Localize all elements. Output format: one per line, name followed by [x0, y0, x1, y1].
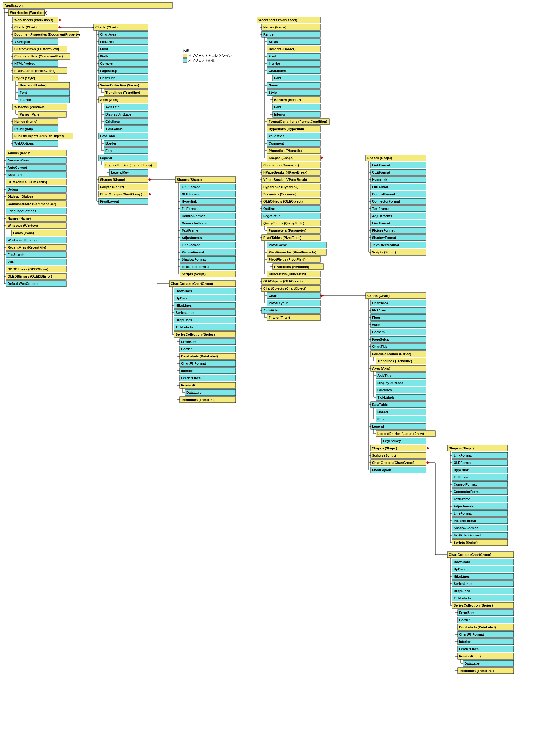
- node: PlotArea: [370, 307, 426, 313]
- node: Assistant: [6, 172, 67, 178]
- node: ControlFormat: [180, 213, 236, 219]
- node: LanguageSettings: [6, 208, 67, 214]
- node: Debug: [6, 186, 67, 192]
- svg-text:LegendKey: LegendKey: [111, 171, 129, 174]
- svg-text:SeriesCollection (Series): SeriesCollection (Series): [100, 83, 139, 87]
- node: SeriesCollection (Series): [452, 602, 514, 608]
- svg-text:DataLabel: DataLabel: [464, 662, 480, 665]
- node: UpBars: [174, 295, 236, 301]
- svg-rect-101: [6, 259, 67, 265]
- application: Application: [3, 2, 172, 8]
- node: Adjustments: [180, 235, 236, 241]
- svg-text:Charts (Chart): Charts (Chart): [367, 294, 389, 298]
- svg-marker-453: [321, 156, 324, 159]
- node: ChartFillFormat: [458, 631, 514, 637]
- svg-text:Corners: Corners: [372, 330, 385, 334]
- svg-text:Dialogs (Dialog): Dialogs (Dialog): [8, 195, 33, 198]
- svg-text:WebOptions: WebOptions: [14, 142, 34, 145]
- svg-text:ChartGroups (ChartGroup): ChartGroups (ChartGroup): [100, 192, 142, 196]
- node: ChartArea: [370, 300, 426, 306]
- chartgroups-root-1: ChartGroups (ChartGroup): [169, 281, 236, 287]
- node: Scripts (Script): [370, 249, 426, 255]
- svg-text:Range: Range: [263, 33, 273, 36]
- svg-text:CommandBars (CommandBar): CommandBars (CommandBar): [14, 54, 63, 58]
- node: DataLabel: [463, 660, 514, 666]
- node: TickLabels: [104, 126, 148, 132]
- svg-text:HTMLProject: HTMLProject: [14, 62, 35, 65]
- node: Scripts (Script): [99, 184, 148, 190]
- node: COMAddIns (COMAddIn): [6, 179, 67, 185]
- svg-text:ShadowFormat: ShadowFormat: [372, 236, 396, 240]
- node: ControlFormat: [452, 481, 508, 487]
- svg-text:AnswerWizard: AnswerWizard: [8, 158, 31, 162]
- node: PageSetup: [370, 336, 426, 342]
- worksheets-1: Worksheets (Worksheet): [13, 17, 58, 23]
- node: PivotItems (PivotItem): [272, 264, 323, 270]
- svg-text:TickLabels: TickLabels: [377, 396, 395, 399]
- svg-text:PlotArea: PlotArea: [372, 308, 386, 312]
- svg-text:SeriesLines: SeriesLines: [454, 582, 472, 585]
- svg-marker-317: [59, 18, 62, 21]
- svg-text:Application: Application: [5, 4, 23, 7]
- node: Trendlines (Trendline): [180, 397, 236, 403]
- svg-text:DisplayUnitLabel: DisplayUnitLabel: [377, 381, 404, 385]
- svg-text:Windows (Window): Windows (Window): [14, 105, 45, 109]
- node: OLEObjects (OLEObject): [262, 278, 320, 284]
- svg-text:Outline: Outline: [263, 207, 275, 210]
- svg-text:Gridlines: Gridlines: [106, 120, 120, 123]
- node: DataLabel: [185, 389, 236, 396]
- svg-text:PivotFields (PivotField): PivotFields (PivotField): [269, 258, 305, 261]
- node: Walls: [370, 322, 426, 328]
- node: PivotLayout: [267, 300, 320, 306]
- svg-text:Style: Style: [269, 91, 276, 94]
- node: DownBars: [452, 559, 514, 565]
- svg-text:Chart: Chart: [269, 294, 277, 298]
- svg-text:PivotFormulas (PivotFormula): PivotFormulas (PivotFormula): [269, 250, 316, 254]
- svg-text:ControlFormat: ControlFormat: [454, 483, 477, 486]
- node: TickLabels: [174, 324, 236, 330]
- node: ShadowFormat: [370, 235, 426, 241]
- node: SeriesCollection (Series): [174, 331, 236, 337]
- svg-text:Adjustments: Adjustments: [454, 504, 474, 508]
- node: HiLoLines: [452, 573, 514, 579]
- svg-rect-3: [183, 59, 187, 62]
- node: FillFormat: [180, 206, 236, 212]
- node: DataTable: [370, 402, 426, 408]
- charts-root-2: Charts (Chart): [366, 293, 426, 299]
- svg-text:OLEDBErrors (OLEDBError): OLEDBErrors (OLEDBError): [8, 275, 52, 278]
- node: AddIns (AddIn): [6, 150, 67, 156]
- node: ChartFillFormat: [180, 360, 236, 367]
- node: LegendEntries (LegendEntry): [104, 162, 157, 168]
- svg-text:Hyperlinks (Hyperlink): Hyperlinks (Hyperlink): [269, 127, 304, 131]
- node: WebOptions: [13, 140, 58, 146]
- svg-text:Panes (Pane): Panes (Pane): [13, 231, 34, 235]
- node: Validation: [267, 133, 320, 139]
- node: VBProject: [13, 39, 58, 45]
- charts-1: Charts (Chart): [13, 24, 58, 30]
- svg-text:LanguageSettings: LanguageSettings: [8, 209, 36, 213]
- svg-text:ChartGroups (ChartGroup): ChartGroups (ChartGroup): [372, 461, 414, 464]
- node: SeriesCollection (Series): [99, 82, 148, 88]
- svg-text:VPageBreaks (VPageBreak): VPageBreaks (VPageBreak): [263, 178, 307, 181]
- object-model-diagram: 凡例オブジェクトとコレクションオブジェクトのみApplicationWorkbo…: [0, 0, 544, 756]
- node: HPageBreaks (HPageBreak): [262, 169, 320, 175]
- svg-text:UpBars: UpBars: [176, 296, 187, 300]
- svg-text:ChartFillFormat: ChartFillFormat: [181, 362, 206, 365]
- svg-text:ShadowFormat: ShadowFormat: [454, 526, 478, 530]
- node: Hyperlink: [370, 177, 426, 183]
- svg-text:Debug: Debug: [8, 187, 18, 191]
- svg-text:Interior: Interior: [20, 98, 31, 102]
- node: Gridlines: [104, 119, 148, 125]
- node: LineFormat: [370, 220, 426, 226]
- svg-text:ChartArea: ChartArea: [372, 301, 388, 305]
- node: Font: [267, 53, 320, 59]
- node: ControlFormat: [370, 191, 426, 197]
- node: Filters (Filter): [267, 314, 320, 321]
- svg-text:Points (Point): Points (Point): [181, 383, 203, 387]
- node: ShadowFormat: [452, 525, 508, 531]
- node: LinkFormat: [180, 184, 236, 190]
- node: DocumentProperties (DocumentProperty): [13, 31, 80, 37]
- node: Trendlines (Trendline): [458, 668, 514, 674]
- node: LineFormat: [452, 510, 508, 516]
- svg-text:DataLabels (DataLabel): DataLabels (DataLabel): [181, 354, 218, 358]
